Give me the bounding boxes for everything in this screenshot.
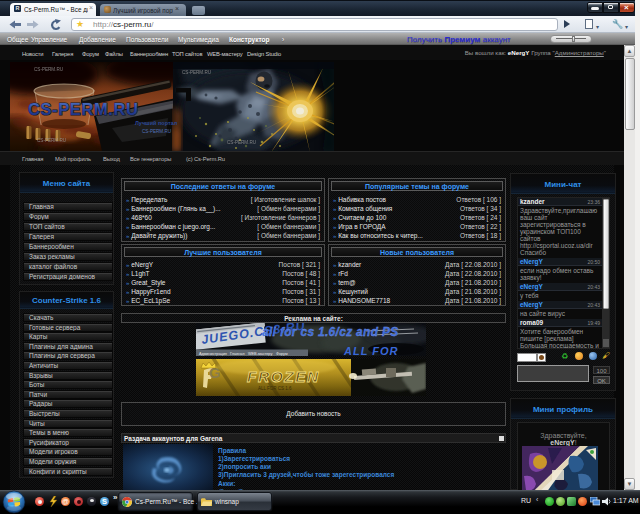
- svg-text:all for cs 1.6/cz and PS: all for cs 1.6/cz and PS: [262, 325, 399, 339]
- svg-text:CS-PERM.RU: CS-PERM.RU: [142, 129, 171, 134]
- svg-text:ALL FOR: ALL FOR: [343, 345, 398, 356]
- svg-text:CS-PERM.RU: CS-PERM.RU: [227, 140, 256, 145]
- svg-text:Лучший портал: Лучший портал: [135, 120, 178, 126]
- svg-text:CS-PERM.RU: CS-PERM.RU: [37, 138, 66, 143]
- svg-text:Администрация: Администрация: [199, 352, 227, 356]
- svg-text:FROZEN: FROZEN: [247, 368, 320, 385]
- svg-text:WEB-мастеру: WEB-мастеру: [248, 352, 272, 356]
- svg-text:Форум: Форум: [276, 352, 288, 356]
- svg-text:CS-PERM.RU: CS-PERM.RU: [34, 67, 63, 72]
- svg-text:CS-PERM.RU: CS-PERM.RU: [182, 70, 211, 75]
- svg-text:Главная: Главная: [230, 352, 244, 356]
- svg-text:CS-PERM.RU: CS-PERM.RU: [28, 100, 139, 118]
- svg-text:ALL FOR CS 1.6: ALL FOR CS 1.6: [258, 386, 292, 391]
